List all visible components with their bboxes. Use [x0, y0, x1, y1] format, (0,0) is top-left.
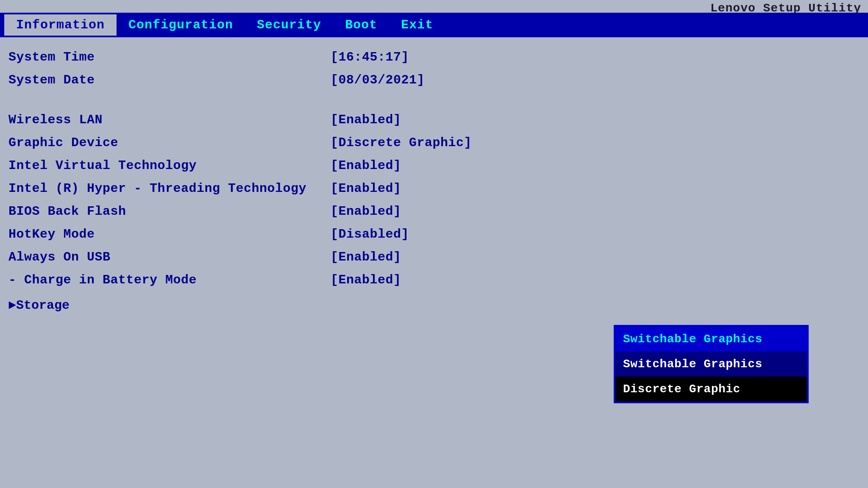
dropdown-title: Switchable Graphics [615, 327, 807, 352]
system-date-value[interactable]: [08/03/2021] [331, 73, 425, 87]
intel-vt-value[interactable]: [Enabled] [331, 158, 401, 173]
hyper-threading-label: Intel (R) Hyper - Threading Technology [8, 181, 331, 196]
graphic-device-value[interactable]: [Discrete Graphic] [331, 136, 472, 150]
hotkey-mode-row: HotKey Mode [Disabled] [8, 227, 860, 246]
charge-battery-row: - Charge in Battery Mode [Enabled] [8, 273, 860, 291]
system-time-label: System Time [8, 50, 331, 64]
wireless-lan-row: Wireless LAN [Enabled] [8, 113, 860, 131]
system-date-label: System Date [8, 73, 331, 87]
hotkey-mode-label: HotKey Mode [8, 227, 331, 241]
graphic-device-label: Graphic Device [8, 136, 331, 150]
graphic-dropdown-popup: Switchable Graphics Switchable Graphics … [614, 325, 809, 403]
bios-flash-row: BIOS Back Flash [Enabled] [8, 204, 860, 223]
wireless-lan-label: Wireless LAN [8, 113, 331, 127]
always-on-usb-row: Always On USB [Enabled] [8, 250, 860, 269]
bios-flash-value[interactable]: [Enabled] [331, 204, 401, 219]
wireless-lan-value[interactable]: [Enabled] [331, 113, 401, 127]
navigation-bar: Information Configuration Security Boot … [0, 13, 868, 37]
graphic-device-row: Graphic Device [Discrete Graphic] [8, 136, 860, 154]
bios-flash-label: BIOS Back Flash [8, 204, 331, 219]
nav-item-configuration[interactable]: Configuration [117, 14, 245, 36]
charge-battery-value[interactable]: [Enabled] [331, 273, 401, 287]
config-table: System Time [16:45:17] System Date [08/0… [8, 50, 860, 314]
system-time-value[interactable]: [16:45:17] [331, 50, 409, 64]
nav-item-boot[interactable]: Boot [333, 14, 389, 36]
always-on-usb-label: Always On USB [8, 250, 331, 264]
dropdown-option-switchable[interactable]: Switchable Graphics [615, 352, 807, 377]
nav-item-security[interactable]: Security [245, 14, 333, 36]
intel-vt-label: Intel Virtual Technology [8, 158, 331, 173]
nav-item-exit[interactable]: Exit [389, 14, 445, 36]
always-on-usb-value[interactable]: [Enabled] [331, 250, 401, 264]
nav-item-information[interactable]: Information [4, 14, 117, 36]
system-date-row: System Date [08/03/2021] [8, 73, 860, 92]
hyper-threading-value[interactable]: [Enabled] [331, 181, 401, 196]
storage-label[interactable]: ►Storage [8, 298, 70, 313]
hotkey-mode-value[interactable]: [Disabled] [331, 227, 409, 241]
spacer-row [8, 96, 860, 108]
content-area: System Time [16:45:17] System Date [08/0… [0, 37, 868, 488]
dropdown-option-discrete[interactable]: Discrete Graphic [615, 377, 807, 402]
intel-vt-row: Intel Virtual Technology [Enabled] [8, 158, 860, 177]
system-time-row: System Time [16:45:17] [8, 50, 860, 69]
storage-row: ►Storage [8, 296, 860, 314]
charge-battery-label: - Charge in Battery Mode [8, 273, 331, 287]
hyper-threading-row: Intel (R) Hyper - Threading Technology [… [8, 181, 860, 200]
